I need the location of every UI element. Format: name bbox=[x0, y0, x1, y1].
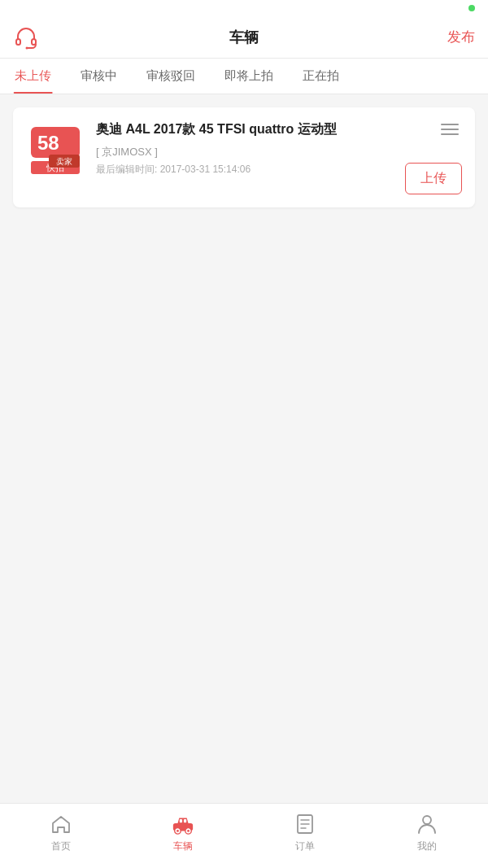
svg-rect-12 bbox=[184, 818, 186, 822]
svg-point-2 bbox=[26, 46, 28, 49]
card-actions: 上传 bbox=[405, 120, 462, 194]
tab-not-uploaded[interactable]: 未上传 bbox=[0, 59, 66, 94]
nav-mine[interactable]: 我的 bbox=[366, 813, 488, 860]
order-icon bbox=[294, 813, 316, 835]
car-location: [ 京JIMOSX ] bbox=[96, 145, 394, 159]
nav-mine-label: 我的 bbox=[417, 840, 437, 853]
svg-text:58: 58 bbox=[37, 132, 59, 154]
nav-order[interactable]: 订单 bbox=[244, 813, 366, 860]
svg-rect-0 bbox=[16, 39, 20, 45]
nav-order-label: 订单 bbox=[295, 840, 315, 853]
home-icon bbox=[50, 813, 72, 835]
bottom-nav: 首页 车辆 bbox=[0, 803, 488, 868]
header-left[interactable] bbox=[13, 24, 39, 50]
car-icon bbox=[172, 813, 194, 835]
more-menu-icon[interactable] bbox=[438, 120, 462, 138]
tab-ongoing[interactable]: 正在拍 bbox=[288, 59, 354, 94]
58-logo: 58 快拍 卖家 bbox=[26, 120, 85, 179]
tab-upcoming[interactable]: 即将上拍 bbox=[210, 59, 288, 94]
headset-icon bbox=[13, 24, 39, 50]
header: 车辆 发布 bbox=[0, 16, 488, 59]
user-icon bbox=[416, 813, 438, 835]
publish-label: 发布 bbox=[447, 29, 475, 45]
svg-point-15 bbox=[176, 830, 179, 832]
car-card: 58 快拍 卖家 奥迪 A4L 2017款 45 TFSI quattro 运动… bbox=[13, 107, 475, 207]
nav-vehicle[interactable]: 车辆 bbox=[122, 813, 244, 860]
svg-point-16 bbox=[187, 830, 190, 832]
svg-point-21 bbox=[423, 816, 431, 824]
tab-rejected[interactable]: 审核驳回 bbox=[132, 59, 210, 94]
car-name: 奥迪 A4L 2017款 45 TFSI quattro 运动型 bbox=[96, 120, 394, 138]
svg-text:卖家: 卖家 bbox=[56, 157, 72, 166]
tab-bar: 未上传 审核中 审核驳回 即将上拍 正在拍 bbox=[0, 59, 488, 94]
content-area: 58 快拍 卖家 奥迪 A4L 2017款 45 TFSI quattro 运动… bbox=[0, 94, 488, 664]
car-logo: 58 快拍 卖家 bbox=[26, 120, 85, 179]
car-info: 奥迪 A4L 2017款 45 TFSI quattro 运动型 [ 京JIMO… bbox=[96, 120, 394, 177]
publish-button[interactable]: 发布 bbox=[447, 28, 475, 46]
upload-button[interactable]: 上传 bbox=[405, 163, 462, 194]
car-edit-time: 最后编辑时间: 2017-03-31 15:14:06 bbox=[96, 163, 394, 177]
status-dot bbox=[468, 5, 475, 11]
status-bar bbox=[0, 0, 488, 16]
nav-home[interactable]: 首页 bbox=[0, 813, 122, 860]
nav-vehicle-label: 车辆 bbox=[173, 840, 193, 853]
nav-home-label: 首页 bbox=[51, 840, 71, 853]
svg-rect-11 bbox=[180, 818, 182, 822]
page-title: 车辆 bbox=[229, 28, 259, 47]
tab-reviewing[interactable]: 审核中 bbox=[66, 59, 132, 94]
